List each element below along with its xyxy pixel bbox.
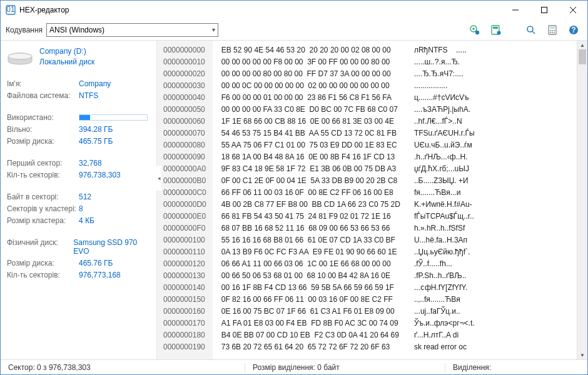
ascii-column[interactable]: лRђNTFS ..... .....ш..?.я...Ђ. ....Ђ.Ђ.я… <box>409 41 577 359</box>
svg-rect-10 <box>493 27 498 29</box>
status-bar: Сектор: 0 з 976,738,303 Розмір виділення… <box>1 359 587 374</box>
prop-value: 976,738,303 <box>79 171 121 179</box>
svg-point-19 <box>550 32 551 33</box>
prop-value: Samsung SSD 970 EVO <box>73 238 149 256</box>
app-icon: 01 <box>6 5 16 15</box>
prop-row: Перший сектор:32,768 <box>7 159 149 168</box>
svg-text:01: 01 <box>6 5 15 14</box>
prop-value: 465.75 ГБ <box>79 137 113 146</box>
prop-row: Байт в секторі:512 <box>7 192 149 201</box>
prop-value: 4 КБ <box>79 216 94 225</box>
titlebar: 01 HEX-редактор <box>1 1 587 19</box>
prop-value: 394.28 ГБ <box>79 125 113 134</box>
sidebar: Company (D:) Локальний диск Ім'я:Company… <box>1 41 157 359</box>
svg-text:?: ? <box>571 26 575 34</box>
prop-key: Розмір кластера: <box>7 216 79 225</box>
settings-button[interactable] <box>466 21 484 39</box>
vertical-scrollbar[interactable]: ▲ ▼ <box>577 41 587 359</box>
prop-row: Кіл-ть секторів:976,738,303 <box>7 171 149 179</box>
encoding-value: ANSI (Windows) <box>49 26 104 34</box>
window-title: HEX-редактор <box>19 6 501 14</box>
prop-row: Розмір диска:465.75 ГБ <box>7 137 149 146</box>
prop-key: Вільно: <box>7 125 79 134</box>
prop-row: Використано: <box>7 113 149 122</box>
prop-value: 976,773,168 <box>79 271 121 279</box>
prop-row: Вільно:394.28 ГБ <box>7 125 149 134</box>
svg-point-8 <box>475 30 479 34</box>
search-button[interactable] <box>522 21 540 39</box>
hex-column[interactable]: EB 52 90 4E 54 46 53 20 20 20 20 00 02 0… <box>213 41 409 359</box>
svg-line-13 <box>532 31 535 34</box>
prop-row: Файлова система:NTFS <box>7 91 149 100</box>
prop-row: Фізичний диск:Samsung SSD 970 EVO <box>7 238 149 256</box>
prop-key: Секторів у кластері: <box>7 204 79 213</box>
prop-key: Розмір диска: <box>7 137 79 146</box>
svg-rect-3 <box>542 8 547 13</box>
drive-kind: Локальний диск <box>39 58 94 66</box>
prop-row: Ім'я:Company <box>7 79 149 88</box>
prop-value: 32,768 <box>79 159 102 168</box>
prop-row: Розмір диска:465.76 ГБ <box>7 259 149 268</box>
status-sector: Сектор: 0 з 976,738,303 <box>1 363 245 372</box>
prop-key: Розмір диска: <box>7 259 79 268</box>
scroll-up-icon[interactable]: ▲ <box>577 41 587 49</box>
drive-name[interactable]: Company (D:) <box>39 47 94 56</box>
svg-point-18 <box>554 30 555 31</box>
prop-key: Файлова система: <box>7 91 79 100</box>
close-button[interactable] <box>559 1 587 19</box>
svg-point-21 <box>554 32 555 33</box>
drive-icon <box>7 49 33 68</box>
chevron-down-icon: ▾ <box>212 26 215 33</box>
offset-column: 0000000000 0000000010 0000000020 0000000… <box>157 41 213 359</box>
prop-key: Перший сектор: <box>7 159 79 168</box>
prop-value: 465.76 ГБ <box>79 259 113 268</box>
prop-key: Ім'я: <box>7 79 79 88</box>
svg-point-17 <box>552 30 553 31</box>
prop-key: Кіл-ть секторів: <box>7 171 79 179</box>
hex-pane[interactable]: ◂ 0000000000 0000000010 0000000020 00000… <box>157 41 587 359</box>
svg-point-11 <box>497 31 501 34</box>
encoding-select[interactable]: ANSI (Windows) ▾ <box>46 23 218 37</box>
window-controls <box>501 1 587 19</box>
svg-point-25 <box>8 53 32 59</box>
prop-key: Байт в секторі: <box>7 192 79 201</box>
scroll-thumb[interactable] <box>579 49 586 64</box>
svg-point-7 <box>472 28 475 30</box>
scroll-down-icon[interactable]: ▼ <box>577 351 587 359</box>
prop-row: Розмір кластера:4 КБ <box>7 216 149 225</box>
prop-row: Кіл-ть секторів:976,773,168 <box>7 271 149 279</box>
status-selection-size: Розмір виділення: 0 байт <box>245 363 445 372</box>
prop-key: Фізичний диск: <box>7 238 73 256</box>
svg-point-16 <box>550 30 551 31</box>
prop-row: Секторів у кластері:8 <box>7 204 149 213</box>
sidebar-collapse-handle[interactable]: ◂ <box>156 166 161 191</box>
save-button[interactable] <box>487 21 505 39</box>
prop-value: 8 <box>79 204 83 213</box>
prop-value: Company <box>79 79 111 88</box>
encoding-label: Кодування <box>6 26 43 34</box>
prop-value: 512 <box>79 192 91 201</box>
svg-point-12 <box>527 26 533 32</box>
prop-value: NTFS <box>79 91 98 100</box>
minimize-button[interactable] <box>501 1 530 19</box>
maximize-button[interactable] <box>530 1 559 19</box>
prop-key: Використано: <box>7 113 79 122</box>
prop-key: Кіл-ть секторів: <box>7 271 79 279</box>
svg-rect-15 <box>550 27 555 29</box>
calculator-button[interactable] <box>544 21 561 39</box>
toolbar: Кодування ANSI (Windows) ▾ ? <box>1 19 587 41</box>
usage-bar <box>79 114 148 121</box>
help-button[interactable]: ? <box>565 21 582 39</box>
svg-point-20 <box>552 32 553 33</box>
status-selection: Виділення: <box>445 363 499 372</box>
